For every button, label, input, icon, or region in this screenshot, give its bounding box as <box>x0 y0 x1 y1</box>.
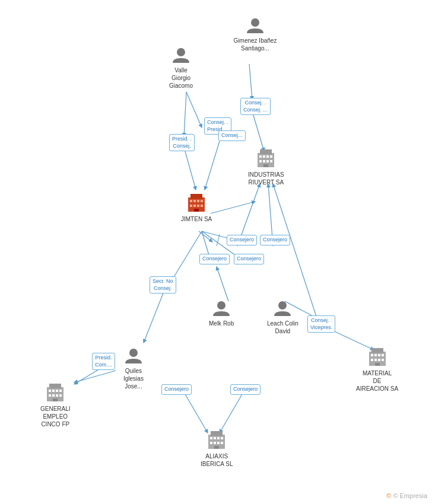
svg-line-1 <box>184 92 186 136</box>
label-leach: Leach ColinDavid <box>267 320 298 335</box>
svg-rect-40 <box>263 164 268 167</box>
label-melk: Melk Rob <box>209 320 234 327</box>
svg-rect-37 <box>263 160 265 162</box>
badge-consej-vicepres[interactable]: Consej. .Vicepres. <box>307 315 335 333</box>
svg-line-15 <box>172 231 202 280</box>
svg-rect-44 <box>193 200 196 202</box>
svg-line-0 <box>186 92 202 127</box>
svg-rect-46 <box>201 200 203 202</box>
svg-rect-64 <box>49 384 61 388</box>
svg-rect-56 <box>378 354 380 356</box>
svg-rect-55 <box>374 354 377 356</box>
badge-consej-3[interactable]: Consej... <box>218 130 246 141</box>
node-jimten[interactable]: JIMTEN SA <box>181 193 212 223</box>
label-industrias: INDUSTRIASRIUVERT SA <box>248 171 284 186</box>
svg-rect-70 <box>52 394 55 397</box>
svg-rect-32 <box>259 155 262 158</box>
svg-rect-50 <box>201 205 203 207</box>
svg-rect-33 <box>263 155 265 158</box>
svg-line-19 <box>144 292 164 343</box>
watermark: © © Empresia <box>386 492 427 499</box>
svg-rect-60 <box>378 359 380 361</box>
svg-rect-72 <box>59 394 62 397</box>
label-generali: GENERALIEMPLEOCINCO FP <box>40 405 71 428</box>
svg-rect-48 <box>193 205 196 207</box>
badge-consejero-1[interactable]: Consejero <box>227 235 257 245</box>
svg-rect-38 <box>266 160 269 162</box>
svg-line-5 <box>252 111 264 151</box>
svg-point-29 <box>129 349 138 357</box>
node-leach[interactable]: Leach ColinDavid <box>267 299 298 335</box>
node-aliaxis[interactable]: ALIAXISIBERICA SL <box>201 430 233 468</box>
building-icon-industrias <box>255 148 277 170</box>
node-gimenez[interactable]: Gimenez Ibañez Santiago... <box>231 17 279 52</box>
svg-line-22 <box>183 390 208 433</box>
node-material[interactable]: MATERIALDEAIREACION SA <box>356 347 398 393</box>
svg-rect-66 <box>52 390 55 392</box>
svg-line-6 <box>211 202 255 213</box>
badge-consejero-4[interactable]: Consejero <box>234 254 264 264</box>
svg-rect-73 <box>53 398 58 401</box>
badge-consejero-3[interactable]: Consejero <box>199 254 230 264</box>
person-icon-leach <box>273 299 292 318</box>
badge-consejero-leach[interactable]: Consejero <box>230 384 261 395</box>
badge-consejero-quiles[interactable]: Consejero <box>161 384 192 395</box>
badge-presid-consej[interactable]: Presid. .Consej. <box>169 134 195 151</box>
svg-rect-34 <box>266 155 269 158</box>
node-valle[interactable]: ValleGiorgioGiacomo <box>169 46 193 90</box>
building-icon-generali <box>45 382 66 404</box>
label-aliaxis: ALIAXISIBERICA SL <box>201 452 233 468</box>
watermark-copy: © <box>386 492 391 499</box>
svg-rect-58 <box>371 359 373 361</box>
svg-rect-49 <box>197 205 199 207</box>
svg-rect-31 <box>260 149 272 154</box>
svg-line-4 <box>184 147 196 190</box>
svg-point-28 <box>278 301 287 310</box>
svg-line-2 <box>249 64 252 100</box>
svg-rect-79 <box>221 437 223 439</box>
svg-rect-57 <box>382 354 384 356</box>
svg-rect-53 <box>371 348 383 353</box>
svg-rect-78 <box>217 437 220 439</box>
svg-rect-59 <box>374 359 377 361</box>
svg-rect-71 <box>56 394 58 397</box>
svg-rect-68 <box>59 390 62 392</box>
label-quiles: QuilesIglesiasJose... <box>123 367 144 390</box>
connection-lines <box>0 0 432 504</box>
svg-rect-35 <box>270 155 272 158</box>
svg-rect-61 <box>382 359 384 361</box>
badge-secr-no-consej[interactable]: Secr. NoConsej. <box>150 276 176 294</box>
person-icon-valle <box>171 46 190 65</box>
svg-rect-80 <box>210 442 212 444</box>
svg-rect-43 <box>190 200 192 202</box>
svg-rect-42 <box>190 194 202 199</box>
person-icon-melk <box>212 299 231 318</box>
svg-line-3 <box>205 141 220 190</box>
svg-line-16 <box>217 267 228 301</box>
label-material: MATERIALDEAIREACION SA <box>356 369 398 393</box>
svg-point-26 <box>177 48 185 56</box>
badge-consej-consej[interactable]: Consej. .Consej. ... <box>240 98 271 115</box>
svg-rect-77 <box>214 437 216 439</box>
svg-point-25 <box>251 18 259 27</box>
label-gimenez: Gimenez Ibañez Santiago... <box>231 37 279 52</box>
building-icon-material <box>367 347 388 368</box>
svg-line-11 <box>199 231 212 242</box>
building-icon-aliaxis <box>206 430 227 451</box>
watermark-text: © Empresia <box>393 492 427 499</box>
svg-rect-54 <box>371 354 373 356</box>
svg-rect-84 <box>214 446 219 449</box>
svg-rect-39 <box>270 160 272 162</box>
badge-consejero-2[interactable]: Consejero <box>260 235 290 245</box>
svg-rect-81 <box>214 442 216 444</box>
node-generali[interactable]: GENERALIEMPLEOCINCO FP <box>40 382 71 428</box>
svg-rect-36 <box>259 160 262 162</box>
node-quiles[interactable]: QuilesIglesiasJose... <box>123 347 144 390</box>
svg-rect-45 <box>197 200 199 202</box>
node-industrias[interactable]: INDUSTRIASRIUVERT SA <box>248 148 284 186</box>
person-icon-gimenez <box>246 17 265 36</box>
svg-line-9 <box>217 234 220 246</box>
person-icon-quiles <box>124 347 143 366</box>
node-melk[interactable]: Melk Rob <box>209 299 234 327</box>
badge-presid-com[interactable]: Presid.Com.... <box>92 353 115 370</box>
